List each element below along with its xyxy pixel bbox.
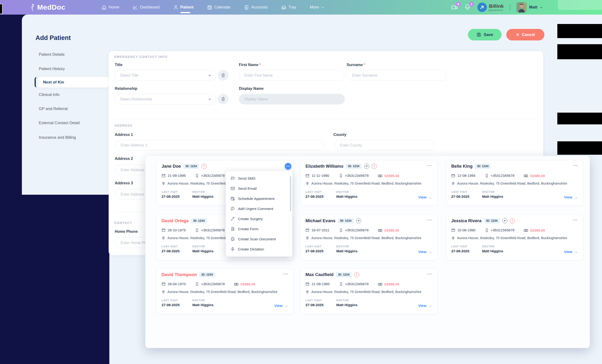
menu-item-send-email[interactable]: Send Email xyxy=(226,183,292,193)
location-pin-icon xyxy=(305,182,309,185)
sidebar-item-clinical-info[interactable]: Clinical Info xyxy=(39,92,60,97)
sidebar-item-patient-history[interactable]: Patient History xyxy=(39,66,65,71)
card-menu-button[interactable] xyxy=(572,164,578,167)
app-logo[interactable]: MedDoc xyxy=(29,0,65,15)
alert-status-icon: ! xyxy=(372,164,377,169)
relationship-select[interactable]: Select Relationship xyxy=(115,94,216,104)
save-button[interactable]: Save xyxy=(468,29,502,41)
menu-item-send-sms[interactable]: Send SMS xyxy=(226,173,292,183)
nav-item-accounts[interactable]: Accounts xyxy=(244,5,268,10)
calendar-icon xyxy=(305,282,310,286)
view-patient-link[interactable]: View→ xyxy=(418,304,432,308)
clear-title-button[interactable] xyxy=(218,70,229,81)
phone-icon xyxy=(339,174,343,178)
sidebar-item-patient-details[interactable]: Patient Details xyxy=(39,52,65,57)
notification-badge: 1 xyxy=(469,2,474,7)
location-pin-icon xyxy=(451,236,455,240)
nav-item-dashboard[interactable]: Dashboard xyxy=(133,5,160,10)
clear-relationship-button[interactable] xyxy=(218,94,229,104)
close-icon: ✕ xyxy=(516,32,519,37)
alert-status-icon: ! xyxy=(354,272,359,277)
comment-icon xyxy=(230,206,235,211)
patient-id-badge: ID: 1234 xyxy=(484,218,500,223)
nav-item-patient[interactable]: Patient xyxy=(173,5,194,10)
menu-item-create-scan-document[interactable]: Create Scan Document xyxy=(226,234,292,244)
sidebar-item-insurance-billing[interactable]: Insurance and Billing xyxy=(39,135,76,140)
phone-icon xyxy=(195,228,199,232)
patient-id-badge: ID: 1234 xyxy=(199,272,215,277)
contact-section-header: CONTACT xyxy=(114,221,132,225)
menu-item-create-surgery[interactable]: Create Surgery xyxy=(226,214,292,224)
notifications-button[interactable]: 1 xyxy=(464,4,471,11)
redaction-box xyxy=(557,113,602,124)
user-menu[interactable]: Matt xyxy=(516,2,543,12)
menu-item-add-urgent-comment[interactable]: Add Urgent Comment xyxy=(226,204,292,214)
card-menu-button[interactable] xyxy=(426,219,432,222)
first-name-field[interactable] xyxy=(239,70,345,81)
card-menu-button[interactable] xyxy=(572,219,578,222)
location-pin-icon xyxy=(161,236,165,240)
microphone-icon xyxy=(230,247,235,251)
tray-icon xyxy=(281,5,286,10)
patient-name: Belle King xyxy=(451,164,473,169)
surname-field[interactable] xyxy=(347,70,447,81)
save-disk-icon xyxy=(476,32,481,37)
sidebar-item-gp-referral[interactable]: GP and Referral xyxy=(39,107,68,111)
pen-icon xyxy=(230,216,235,221)
nav-item-tray[interactable]: Tray xyxy=(281,5,296,10)
person-logo-icon xyxy=(29,3,36,11)
phone-icon xyxy=(485,174,489,178)
patient-id-badge: ID: 1234 xyxy=(191,218,207,223)
title-label: Title xyxy=(115,63,122,67)
card-menu-button[interactable] xyxy=(426,164,432,167)
card-menu-button[interactable] xyxy=(282,273,289,275)
trash-icon xyxy=(221,97,226,101)
location-pin-icon xyxy=(161,182,165,185)
patient-name: Jessica Rivera xyxy=(451,218,482,223)
calendar-icon xyxy=(230,196,235,201)
alert-status-icon: ! xyxy=(510,218,515,223)
menu-scrollbar[interactable] xyxy=(290,176,291,211)
calendar-icon xyxy=(305,173,310,178)
phone-icon xyxy=(195,174,199,178)
arrow-right-icon: → xyxy=(285,304,288,308)
sidebar-item-external-contact[interactable]: External Contact Detail xyxy=(39,121,80,125)
user-name: Matt xyxy=(529,5,537,10)
sidebar-item-next-of-kin[interactable]: Next of Kin xyxy=(38,77,109,87)
view-patient-link[interactable]: View→ xyxy=(418,250,432,254)
alert-status-icon: ! xyxy=(202,164,207,169)
banknote-icon xyxy=(524,228,528,233)
arrow-right-icon: → xyxy=(429,304,432,308)
view-patient-link[interactable]: View→ xyxy=(418,195,432,199)
required-marker: * xyxy=(259,63,261,67)
nav-item-more[interactable]: More xyxy=(310,5,324,10)
card-menu-button[interactable] xyxy=(285,163,291,170)
card-menu-button[interactable] xyxy=(426,273,432,275)
view-patient-link[interactable]: View→ xyxy=(564,250,578,254)
menu-item-create-dictation[interactable]: Create Dictation xyxy=(226,244,292,254)
chevron-down-icon xyxy=(321,6,324,9)
first-name-label: First Name* xyxy=(239,63,261,67)
scanner-icon xyxy=(230,237,235,241)
menu-item-schedule-appointment[interactable]: Schedule Appointment xyxy=(226,193,292,204)
nav-item-calendar[interactable]: Calendar xyxy=(207,5,230,10)
title-select[interactable]: Select Title xyxy=(115,70,216,81)
banknote-icon xyxy=(378,228,382,233)
phone-icon xyxy=(339,282,343,286)
cancel-button[interactable]: ✕ Cancel xyxy=(506,29,544,41)
view-patient-link[interactable]: View→ xyxy=(274,304,288,308)
calendar-icon xyxy=(161,228,166,232)
video-call-button[interactable]: 8 xyxy=(451,4,458,11)
county-field[interactable] xyxy=(335,140,435,150)
relationship-label: Relationship xyxy=(115,86,137,91)
location-pin-icon xyxy=(451,182,455,185)
patient-card: Max Caulfield ID: 1234 ! 21-09-1995 +353… xyxy=(301,268,437,314)
address1-field[interactable] xyxy=(115,140,324,150)
calendar-icon xyxy=(305,228,310,232)
display-name-label: Display Name xyxy=(239,86,264,91)
menu-item-create-form[interactable]: Create Form xyxy=(226,224,292,234)
patient-name: Elizabeth Williams xyxy=(305,164,343,169)
nav-item-home[interactable]: Home xyxy=(102,5,119,10)
view-patient-link[interactable]: View→ xyxy=(564,195,578,199)
page-title: Add Patient xyxy=(35,34,71,42)
